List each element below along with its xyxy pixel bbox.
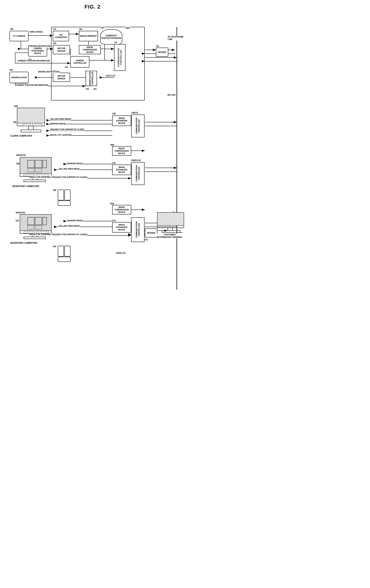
ref-57a: 57A — [112, 220, 116, 222]
svg-rect-94 — [24, 231, 34, 233]
ref-54a: 54A — [53, 245, 56, 248]
ref-11a: 11a — [114, 41, 117, 43]
driving-instr-top-label: DRIVING INSTRUCTION — [30, 45, 51, 47]
ref-54b: 54B — [53, 189, 56, 191]
marked-image-bottom: MARKED IMAGE — [68, 220, 82, 222]
marked-image-mid: MARKED IMAGE — [68, 163, 82, 165]
ref-11A-label: 11A(11,12) — [105, 74, 115, 77]
svg-rect-67 — [21, 130, 41, 132]
comm-controller-51b-top-box: COMMUNICATION CONTROLLER — [131, 162, 144, 185]
marked-image-top: MARKED IMAGE — [50, 123, 65, 125]
comm-controller-12b-box: COMMUNICATION CONTROLLER — [131, 115, 144, 137]
ref-51a: 51a — [145, 239, 148, 241]
svg-rect-65 — [17, 108, 45, 123]
ad-convertor-box: A/D CONVERTOR — [53, 31, 69, 41]
result-counting-top: RESULT OF COUNTING — [50, 134, 72, 136]
driving-instr-bottom-label: DRIVING INSTRUCTION — [38, 71, 60, 73]
lan-label: 40:LAN — [167, 94, 175, 96]
ref-12b: 12B(12) — [131, 112, 138, 114]
svg-rect-83 — [65, 190, 70, 200]
svg-rect-79 — [24, 174, 34, 176]
page-title: FIG. 2 — [0, 0, 185, 12]
image-compression-top-box: IMAGE COMPRESSION DEVICE — [79, 45, 101, 54]
image-expansion-57a-box: IMAGE EXPANSION DEVICE — [112, 222, 131, 232]
telephone-line-label: 60:TELEPHONE LINE — [168, 36, 185, 41]
customer-terminal-label: CUSTOMER INFORMATION TERMINAL — [156, 233, 183, 238]
commodity-db-box: COMMODITY POSITION DATABASE — [100, 29, 122, 44]
selling-area-top: SELLING AREA IMAGE — [50, 118, 71, 120]
clerk-computer-monitor — [13, 107, 49, 135]
motor-driver-top-box: MOTOR DRIVER — [53, 45, 70, 54]
image-expansion-19b-box: IMAGE EXPANSION DEVICE — [112, 116, 131, 126]
ref-11a-label: 11a — [156, 45, 159, 47]
comm-controller-bottom-box: COMMUNICATION CONTROLLER — [131, 217, 144, 242]
ref-17a: 17A — [53, 28, 56, 31]
svg-rect-80 — [36, 174, 49, 176]
svg-rect-97 — [58, 246, 64, 256]
svg-rect-68 — [23, 124, 31, 126]
svg-rect-84 — [58, 201, 70, 206]
current-pos-bottom-label: CURRENT POSITION INFORMATION — [15, 84, 48, 86]
current-pos-top-label: CURRENT POSITION INFORMATION — [17, 60, 50, 62]
svg-rect-95 — [36, 231, 49, 233]
inventory-computer-bottom-label: INVENTORY COMPUTER — [10, 242, 37, 244]
result-counting-bottom: RESULT OF COUNTING / REQUEST FOR SUPPORT… — [30, 233, 87, 236]
manipulator-box: MANIPULATOR — [10, 72, 29, 83]
request-support-label: REQUEST FOR SUPPORT BY CLERK — [50, 128, 84, 131]
video-signal-label: VIDEO SIGNAL — [30, 31, 43, 33]
ref-50b: 50B(55,56) — [16, 154, 26, 157]
image-expansion-57b-box: IMAGE EXPANSION DEVICE — [112, 165, 131, 175]
ref-15A: 15A — [86, 88, 89, 90]
ref-13a-small: 13a — [65, 66, 68, 68]
ref-57b: 57B — [112, 162, 116, 164]
inventory-computer-bottom-monitor: . . . . . . — [16, 213, 56, 242]
svg-rect-99 — [58, 257, 70, 262]
manipulator-controller-box: MANIPULATOR CONTROLLER — [86, 71, 97, 86]
ref-19b: 19B — [112, 113, 116, 115]
ref-51b-top: 51B(51,52) — [131, 159, 141, 162]
svg-text:. . . . . .: . . . . . . — [24, 181, 28, 183]
ref-70: 70 — [172, 211, 174, 214]
inventory-computer-top-label: INVENTORY COMPUTER — [12, 185, 39, 188]
tv-camera-box: TV CAMERA — [10, 31, 29, 41]
clerk-computer-label: CLERK COMPUTER — [10, 135, 32, 137]
ref-20a: 20A — [10, 28, 13, 30]
device-54a — [57, 245, 72, 265]
result-counting-mid: RESULT OF COUNTING / REQUEST FOR SUPPORT… — [30, 176, 87, 178]
inventory-computer-top-monitor: . . . . . . — [16, 157, 56, 185]
modem-bottom-box: MODEM — [145, 228, 157, 238]
selling-area-bottom: SELLING AREA IMAGE — [59, 225, 80, 227]
customer-terminal-monitor — [156, 212, 185, 234]
ref-16b: 16B — [13, 121, 16, 124]
ref-10a: 10A — [125, 27, 130, 29]
ref-51b-bottom: 51B(51,52) — [116, 252, 125, 254]
svg-rect-82 — [58, 190, 64, 200]
comm-controller-top-box: COMMUNICATION CONTROLLER — [114, 44, 125, 71]
selling-area-mid: SELLING AREA IMAGE — [59, 168, 80, 170]
ref-19a: 19A — [53, 42, 56, 44]
ref-53a: 53A — [16, 220, 19, 222]
ref-50a: 50A(55,56) — [16, 212, 25, 214]
svg-rect-98 — [65, 246, 70, 256]
ref-18a: 18A — [79, 28, 82, 31]
image-compression-58b-box: IMAGE COMPRESSION DEVICE — [112, 146, 131, 156]
svg-text:. . . . . .: . . . . . . — [24, 238, 28, 240]
diagram: TV CAMERA 20A A/D CONVERTOR 17A IMAGE ME… — [0, 12, 185, 294]
ref-30a: 30A — [10, 69, 13, 71]
camera-controller-box: CAMERA CONTROLLER — [70, 56, 89, 68]
svg-rect-101 — [157, 212, 184, 225]
device-54b — [57, 189, 72, 209]
ref-58b: 58B — [110, 144, 114, 146]
motor-driver-bottom-box: MOTOR DRIVER — [53, 73, 70, 82]
svg-rect-102 — [168, 228, 173, 231]
image-compression-58a-box: IMAGE COMPRESSION DEVICE — [112, 205, 131, 214]
ref-14a: 14A — [100, 27, 104, 29]
svg-rect-69 — [32, 124, 42, 126]
svg-rect-103 — [162, 231, 180, 232]
svg-rect-66 — [29, 126, 33, 130]
ref-10b: 10B — [14, 105, 18, 107]
image-memory-box: IMAGE MEMORY — [79, 31, 98, 41]
ref-53b: 53B — [16, 163, 20, 165]
ref-58a: 58A — [110, 202, 114, 205]
modem-top-box: MODEM — [156, 48, 168, 57]
